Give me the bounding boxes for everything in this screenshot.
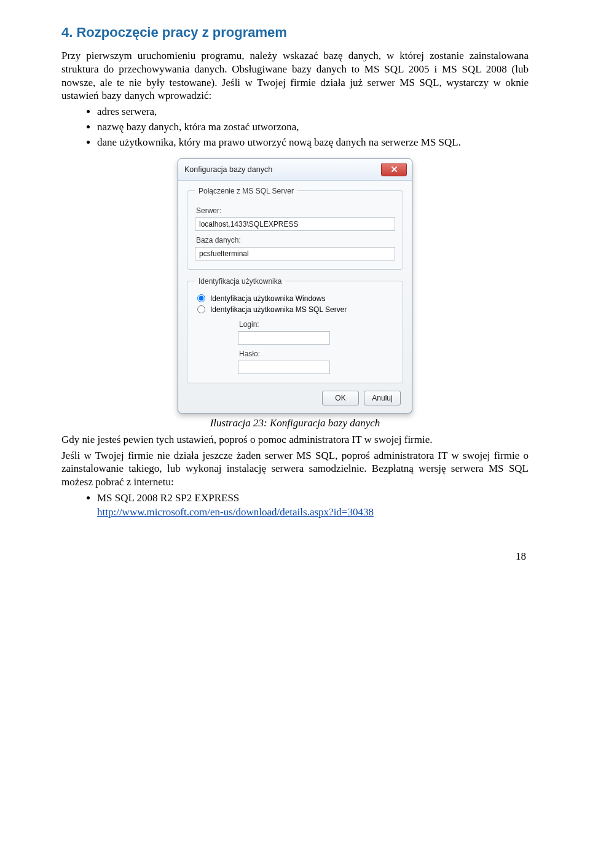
list-item: MS SQL 2008 R2 SP2 EXPRESS http://www.mi… — [97, 491, 529, 520]
download-bullet-list: MS SQL 2008 R2 SP2 EXPRESS http://www.mi… — [61, 491, 529, 520]
connection-group: Połączenie z MS SQL Server Serwer: Baza … — [187, 187, 403, 270]
password-label: Hasło: — [239, 350, 395, 358]
section-heading: 4. Rozpoczęcie pracy z programem — [61, 25, 529, 41]
radio-windows-auth-input[interactable] — [197, 294, 205, 302]
database-label: Baza danych: — [196, 236, 395, 244]
intro-bullet-list: adres serwera, nazwę bazy danych, która … — [61, 105, 529, 150]
figure-caption: Ilustracja 23: Konfiguracja bazy danych — [61, 417, 529, 429]
db-config-dialog: Konfiguracja bazy danych Połączenie z MS… — [178, 158, 412, 413]
ok-button[interactable]: OK — [322, 391, 359, 405]
auth-group-label: Identyfikacja użytkownika — [195, 277, 285, 286]
radio-windows-auth-label: Identyfikacja użytkownika Windows — [210, 294, 325, 303]
dialog-title: Konfiguracja bazy danych — [184, 165, 272, 174]
radio-windows-auth[interactable]: Identyfikacja użytkownika Windows — [197, 294, 395, 303]
password-input[interactable] — [238, 361, 330, 374]
paragraph-intro: Przy pierwszym uruchomieniu programu, na… — [61, 49, 529, 103]
radio-sql-auth-label: Identyfikacja użytkownika MS SQL Server — [210, 305, 347, 314]
download-item-label: MS SQL 2008 R2 SP2 EXPRESS — [97, 492, 239, 504]
close-button[interactable] — [381, 163, 407, 176]
paragraph-noserver: Jeśli w Twojej firmie nie działa jeszcze… — [61, 449, 529, 489]
page-number: 18 — [61, 550, 529, 563]
radio-sql-auth[interactable]: Identyfikacja użytkownika MS SQL Server — [197, 305, 395, 314]
radio-sql-auth-input[interactable] — [197, 305, 205, 313]
login-label: Login: — [239, 320, 395, 329]
server-input[interactable] — [195, 217, 395, 231]
close-icon — [391, 166, 398, 173]
list-item: adres serwera, — [97, 105, 529, 119]
list-item: nazwę bazy danych, która ma zostać utwor… — [97, 120, 529, 135]
connection-group-label: Połączenie z MS SQL Server — [195, 187, 297, 195]
database-input[interactable] — [195, 247, 395, 260]
download-link[interactable]: http://www.microsoft.com/en-us/download/… — [97, 506, 374, 518]
dialog-titlebar: Konfiguracja bazy danych — [178, 159, 412, 181]
cancel-button[interactable]: Anuluj — [364, 391, 401, 405]
server-label: Serwer: — [196, 206, 395, 215]
login-input[interactable] — [238, 331, 330, 345]
list-item: dane użytkownika, który ma prawo utworzy… — [97, 136, 529, 150]
auth-group: Identyfikacja użytkownika Identyfikacja … — [187, 277, 403, 383]
paragraph-help: Gdy nie jesteś pewien tych ustawień, pop… — [61, 433, 529, 447]
